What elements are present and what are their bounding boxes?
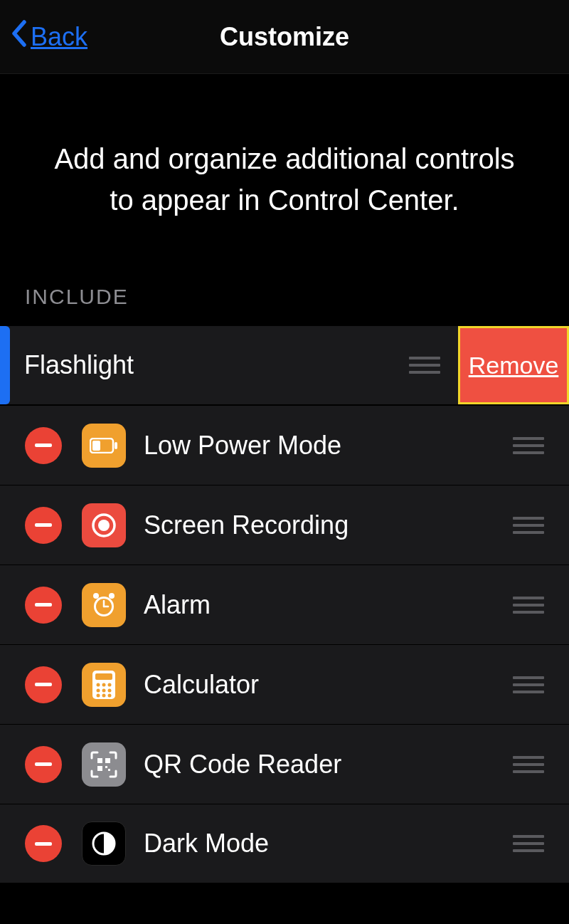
row-label: Alarm <box>144 590 513 620</box>
delete-button[interactable] <box>25 666 62 703</box>
row-label: Dark Mode <box>144 829 513 859</box>
remove-button[interactable]: Remove <box>458 326 569 404</box>
clock-icon <box>82 583 126 627</box>
drag-handle-icon[interactable] <box>513 517 544 534</box>
list-item-screen-recording[interactable]: Screen Recording <box>0 485 569 565</box>
row-label: Screen Recording <box>144 510 513 540</box>
drag-handle-icon[interactable] <box>513 676 544 693</box>
svg-rect-1 <box>92 441 100 451</box>
svg-point-10 <box>109 593 115 599</box>
swipe-indicator <box>0 326 10 404</box>
delete-button[interactable] <box>25 587 62 624</box>
list-item-dark-mode[interactable]: Dark Mode <box>0 804 569 883</box>
list-item-calculator[interactable]: Calculator <box>0 645 569 725</box>
svg-rect-22 <box>97 758 102 763</box>
row-label: Flashlight <box>24 350 409 380</box>
svg-rect-12 <box>95 673 112 680</box>
svg-point-13 <box>97 683 100 686</box>
svg-rect-25 <box>105 766 107 768</box>
svg-point-19 <box>97 693 100 697</box>
calculator-icon <box>82 663 126 707</box>
drag-handle-icon[interactable] <box>513 835 544 852</box>
svg-point-4 <box>98 520 110 531</box>
qr-icon <box>82 742 126 787</box>
chevron-left-icon <box>11 20 26 53</box>
row-label: QR Code Reader <box>144 750 513 779</box>
delete-button[interactable] <box>25 427 62 464</box>
drag-handle-icon[interactable] <box>513 597 544 614</box>
svg-rect-26 <box>108 769 110 771</box>
section-header-include: INCLUDE <box>0 271 569 326</box>
list-item-flashlight[interactable]: Flashlight Remove <box>0 326 569 406</box>
delete-button[interactable] <box>25 746 62 783</box>
back-label: Back <box>31 22 87 52</box>
svg-point-21 <box>108 693 112 697</box>
svg-point-20 <box>102 693 106 697</box>
drag-handle-icon[interactable] <box>409 357 440 374</box>
drag-handle-icon[interactable] <box>513 437 544 454</box>
description-block: Add and organize additional controls to … <box>0 74 569 271</box>
darkmode-icon <box>82 821 126 866</box>
row-label: Low Power Mode <box>144 431 513 461</box>
svg-rect-2 <box>115 442 117 449</box>
delete-button[interactable] <box>25 825 62 862</box>
back-button[interactable]: Back <box>11 20 87 53</box>
battery-icon <box>82 424 126 468</box>
delete-button[interactable] <box>25 507 62 544</box>
description-text: Add and organize additional controls to … <box>43 138 526 221</box>
navigation-bar: Back Customize <box>0 0 569 74</box>
svg-rect-23 <box>105 758 110 763</box>
svg-point-17 <box>102 688 106 692</box>
svg-point-9 <box>93 593 99 599</box>
list-item-alarm[interactable]: Alarm <box>0 565 569 645</box>
record-icon <box>82 503 126 547</box>
svg-point-14 <box>102 683 106 686</box>
svg-point-16 <box>97 688 100 692</box>
list-item-qr-code-reader[interactable]: QR Code Reader <box>0 725 569 804</box>
drag-handle-icon[interactable] <box>513 756 544 773</box>
include-list: Flashlight Remove Low Power Mode Screen … <box>0 326 569 883</box>
row-label: Calculator <box>144 670 513 700</box>
svg-point-15 <box>108 683 112 686</box>
svg-point-18 <box>108 688 112 692</box>
svg-rect-24 <box>97 766 102 771</box>
list-item-low-power-mode[interactable]: Low Power Mode <box>0 406 569 485</box>
